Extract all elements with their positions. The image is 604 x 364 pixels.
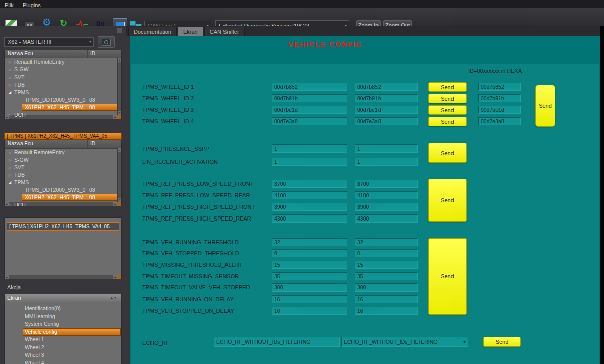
input-tpms-ref-press-high-speed-rear[interactable]: 4300 (272, 214, 347, 223)
collapsed-arrow-icon[interactable]: ▷ (9, 149, 11, 156)
tree-item-x61ph2-x62-h45-tpm[interactable]: X61PH2_X62_H45_TPM...08 (5, 104, 121, 111)
send-button-presence-group[interactable]: Send (428, 143, 467, 163)
panel-scroll-icons[interactable]: ▲▼ (110, 294, 117, 302)
scroll-left-icon[interactable]: ◄ (5, 202, 9, 206)
input-tpms-veh-stopped-on-delay[interactable]: 16 (272, 307, 347, 315)
tab-ekran[interactable]: Ekran (178, 27, 203, 36)
input-lin-receiver-activation[interactable]: 1 (272, 158, 347, 166)
collapsed-arrow-icon[interactable]: ▷ (9, 171, 11, 179)
input-tpms-ref-press-low-speed-front[interactable]: 3700 (272, 180, 347, 188)
input-tpms-wheel-id-2[interactable]: 00d7b91b (272, 94, 347, 102)
scroll-left-icon[interactable]: ◄ (5, 275, 9, 279)
echo-tpms-timeout-missing-sensor[interactable]: 35 (355, 272, 418, 280)
scroll-down-icon[interactable]: ▼ (118, 198, 122, 202)
tree-item-renault-remoteentry[interactable]: ▷Renault RemoteEntry (5, 58, 121, 66)
horizontal-scrollbar[interactable]: ◄ ► (5, 275, 117, 279)
tree-item-tpms-ddt2000-sw3-0[interactable]: TPMS_DDT2000_SW3_008 (5, 96, 121, 104)
select-echo-rf[interactable]: ECHO_RF_WITHOUT_IDs_FILTERING ▼ (341, 337, 468, 347)
echo-tpms-wheel-id-3[interactable]: 00d7be1d (355, 106, 418, 114)
input-tpms-veh-running-on-delay[interactable]: 16 (272, 295, 347, 303)
scroll-up-icon[interactable]: ▲ (118, 148, 122, 152)
action-item-wheel-1[interactable]: Wheel 1 (5, 336, 121, 344)
echo-tpms-ref-press-low-speed-rear[interactable]: 4100 (355, 191, 418, 199)
echo-tpms-veh-stopped-on-delay[interactable]: 16 (355, 307, 418, 315)
input-echo-rf[interactable]: ECHO_RF_WITHOUT_IDs_FILTERING (214, 337, 340, 347)
ecu-model-select[interactable]: X62 - MASTER III ▼ (4, 37, 94, 47)
action-item-identification-0[interactable]: Identification(0) (5, 305, 121, 313)
tree-item-x61ph2-x62-h45-tpm[interactable]: X61PH2_X62_H45_TPM...08 (5, 194, 121, 201)
scan-ecu-button[interactable] (98, 36, 115, 48)
input-tpms-presence-sspp[interactable]: 1 (272, 144, 347, 153)
settings-gear-icon[interactable]: ⚙ (42, 18, 51, 27)
collapsed-arrow-icon[interactable]: ▷ (9, 164, 11, 171)
expanded-arrow-icon[interactable]: ◢ (8, 89, 11, 96)
tree-item-svt[interactable]: ▷SVT (5, 164, 121, 171)
send-button-tpms-wheel-id-4[interactable]: Send (428, 117, 467, 126)
scroll-right-icon[interactable]: ► (113, 202, 117, 206)
tab-documentation[interactable]: Documentation (128, 27, 177, 36)
echo-tpms-wheel-id-2[interactable]: 00d7b91b (355, 94, 418, 102)
tree-item-s-gw[interactable]: ▷S-GW (5, 66, 121, 74)
tree-item-tpms[interactable]: ◢TPMS (5, 179, 121, 186)
hexa-tpms-wheel-id-3[interactable]: 00d7be1d (478, 106, 521, 114)
action-item-mmi-learning[interactable]: MMI learning (5, 313, 121, 321)
collapsed-arrow-icon[interactable]: ▷ (9, 66, 11, 74)
send-button-tpms-wheel-id-3[interactable]: Send (428, 105, 467, 115)
echo-tpms-timeout-valve-veh-stopped[interactable]: 300 (355, 283, 418, 292)
tree-item-svt[interactable]: ▷SVT (5, 74, 121, 81)
hexa-tpms-wheel-id-1[interactable]: 00d7b852 (478, 83, 521, 91)
tree-item-tdb[interactable]: ▷TDB (5, 81, 121, 89)
send-button-echo-rf[interactable]: Send (483, 337, 521, 347)
echo-tpms-ref-press-high-speed-front[interactable]: 3900 (355, 203, 418, 211)
hexa-tpms-wheel-id-4[interactable]: 00d7e3a8 (478, 117, 521, 125)
tree-item-tpms[interactable]: ◢TPMS (5, 89, 121, 96)
echo-tpms-veh-running-on-delay[interactable]: 16 (355, 295, 418, 303)
collapsed-arrow-icon[interactable]: ▷ (9, 81, 11, 89)
input-tpms-missing-threshold-alert[interactable]: 15 (272, 261, 347, 269)
tab-can-sniffer[interactable]: CAN Sniffer (204, 27, 245, 36)
input-tpms-timeout-valve-veh-stopped[interactable]: 300 (272, 283, 347, 292)
scroll-right-icon[interactable]: ► (113, 115, 117, 119)
input-tpms-timeout-missing-sensor[interactable]: 35 (272, 272, 347, 280)
action-item-wheel-4[interactable]: Wheel 4 (5, 359, 121, 364)
input-tpms-ref-press-high-speed-front[interactable]: 3900 (272, 203, 347, 211)
send-button-pressure-group[interactable]: Send (428, 179, 467, 222)
input-tpms-wheel-id-4[interactable]: 00d7e3a8 (272, 117, 347, 125)
input-tpms-veh-stopped-threshold[interactable]: 0 (272, 249, 347, 257)
echo-tpms-wheel-id-4[interactable]: 00d7e3a8 (355, 117, 418, 125)
tree-item-tpms-ddt2000-sw3-0[interactable]: TPMS_DDT2000_SW3_008 (5, 186, 121, 194)
expanded-arrow-icon[interactable]: ◢ (8, 179, 11, 186)
action-item-wheel-2[interactable]: Wheel 2 (5, 344, 121, 352)
send-button-tpms-wheel-id-1[interactable]: Send (428, 82, 467, 92)
action-item-vehicle-config[interactable]: Vehicle config (5, 328, 121, 336)
scroll-up-icon[interactable]: ▲ (118, 58, 122, 62)
send-button-tpms-wheel-id-2[interactable]: Send (428, 94, 467, 103)
echo-tpms-presence-sspp[interactable]: 1 (355, 144, 418, 153)
scroll-left-icon[interactable]: ◄ (5, 115, 9, 119)
action-item-wheel-3[interactable]: Wheel 3 (5, 351, 121, 359)
echo-tpms-wheel-id-1[interactable]: 00d7b852 (355, 83, 418, 91)
collapsed-arrow-icon[interactable]: ▷ (9, 201, 11, 206)
echo-tpms-missing-threshold-alert[interactable]: 15 (355, 261, 418, 269)
vertical-scrollbar[interactable]: ▲▼ (117, 148, 121, 202)
collapsed-arrow-icon[interactable]: ▷ (9, 74, 11, 81)
collapsed-arrow-icon[interactable]: ▷ (9, 156, 11, 164)
input-tpms-wheel-id-3[interactable]: 00d7be1d (272, 106, 347, 114)
tree-item-renault-remoteentry[interactable]: ▷Renault RemoteEntry (5, 149, 121, 156)
input-tpms-ref-press-low-speed-rear[interactable]: 4100 (272, 191, 347, 199)
echo-lin-receiver-activation[interactable]: 1 (355, 158, 418, 166)
send-button-wheel-ids-hexa[interactable]: Send (535, 85, 555, 127)
hexa-tpms-wheel-id-2[interactable]: 00d7b91b (478, 94, 521, 102)
tree-item-s-gw[interactable]: ▷S-GW (5, 156, 121, 164)
input-tpms-wheel-id-1[interactable]: 00d7b852 (272, 83, 347, 91)
echo-tpms-ref-press-high-speed-rear[interactable]: 4300 (355, 214, 418, 223)
input-tpms-veh-running-threshold[interactable]: 32 (272, 238, 347, 246)
collapsed-arrow-icon[interactable]: ▷ (9, 111, 11, 119)
scroll-right-icon[interactable]: ► (113, 275, 117, 279)
send-button-threshold-group[interactable]: Send (428, 238, 467, 315)
action-item-system-config[interactable]: System Config (5, 320, 121, 328)
echo-tpms-ref-press-low-speed-front[interactable]: 3700 (355, 180, 418, 188)
tree-item-tdb[interactable]: ▷TDB (5, 171, 121, 179)
echo-tpms-veh-stopped-threshold[interactable]: 0 (355, 249, 418, 257)
vertical-scrollbar[interactable]: ▲▼ (117, 58, 121, 115)
